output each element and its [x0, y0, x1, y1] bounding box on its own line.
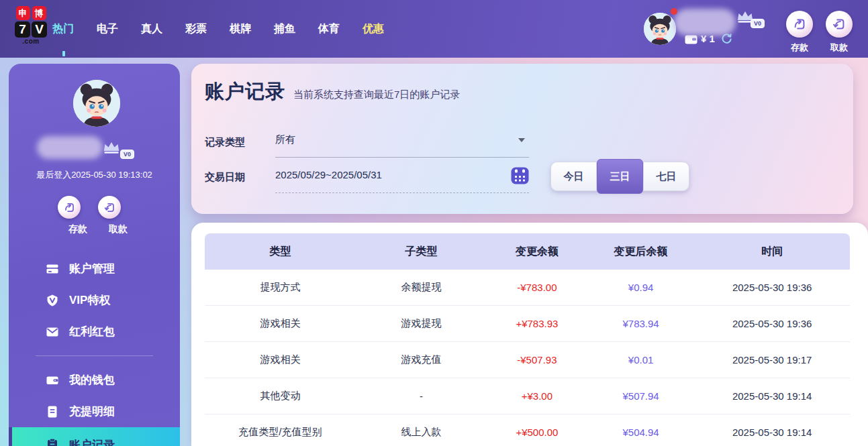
- top-navbar: 申 博 7 V .com 热门 电子 真人 彩票 棋牌 捕鱼 体育 优惠 V0: [0, 0, 868, 58]
- sidebar-item-label: 账户管理: [69, 261, 115, 276]
- avatar-image: [73, 80, 120, 127]
- main-menu: 热门 电子 真人 彩票 棋牌 捕鱼 体育 优惠: [52, 0, 384, 58]
- cell-change-amount: +¥500.00: [487, 414, 587, 446]
- page-subtitle: 当前系统支持查询最近7日的账户记录: [293, 89, 460, 101]
- sidebar-item-label: 账户记录: [69, 437, 115, 446]
- nav-item-fishing[interactable]: 捕鱼: [274, 22, 295, 36]
- header-time: 时间: [694, 233, 850, 270]
- cell-subtype: -: [356, 378, 487, 414]
- withdraw-button-label: 取款: [89, 223, 147, 235]
- deposit-arrow-icon: [792, 17, 807, 32]
- cell-type: 充值类型/充值型别: [205, 414, 356, 446]
- cell-type: 游戏相关: [205, 306, 356, 341]
- sidebar: V0 最后登入2025-05-30 19:13:02 存款 取款 账户管理: [9, 64, 180, 446]
- cell-type: 提现方式: [205, 270, 356, 305]
- table-row: 游戏相关 游戏提现 +¥783.93 ¥783.94 2025-05-30 19…: [205, 306, 850, 342]
- cell-subtype: 线上入款: [356, 414, 487, 446]
- deposit-button[interactable]: [786, 11, 813, 38]
- active-tab-indicator: [62, 51, 65, 56]
- nav-item-slots[interactable]: 电子: [97, 22, 118, 36]
- avatar-image: [644, 13, 676, 45]
- user-avatar[interactable]: [644, 13, 676, 45]
- nav-item-hot[interactable]: 热门: [52, 22, 74, 36]
- nav-item-promo[interactable]: 优惠: [363, 22, 384, 36]
- vip-level-badge: V0: [120, 150, 134, 159]
- logo-badge-1: 申: [16, 6, 30, 20]
- range-button-seven-days[interactable]: 七日: [643, 162, 689, 191]
- records-table: 类型 子类型 变更余额 变更后余额 时间 提现方式 余额提现 -¥783.00 …: [205, 233, 850, 446]
- cell-after-balance: ¥0.01: [587, 342, 695, 378]
- vip-icon: [46, 294, 59, 307]
- logo-badge-2: 博: [32, 6, 46, 20]
- table-row: 提现方式 余额提现 -¥783.00 ¥0.94 2025-05-30 19:3…: [205, 270, 850, 306]
- range-button-today[interactable]: 今日: [550, 162, 597, 191]
- cell-change-amount: +¥783.93: [487, 306, 587, 341]
- sidebar-item-account-records[interactable]: 账户记录: [9, 427, 180, 446]
- withdraw-button[interactable]: [826, 11, 853, 38]
- record-type-select[interactable]: 所有: [275, 133, 529, 158]
- sidebar-menu: 账户管理 VIP特权 红利红包: [9, 253, 180, 446]
- withdraw-arrow-icon: [832, 17, 847, 32]
- filter-panel: 账户记录 当前系统支持查询最近7日的账户记录 记录类型 所有 交易日期 2025…: [191, 64, 853, 214]
- deposit-button[interactable]: [58, 196, 81, 219]
- cell-after-balance: ¥507.94: [587, 378, 695, 414]
- withdraw-button[interactable]: [98, 196, 121, 219]
- header-after-balance: 变更后余额: [587, 233, 695, 270]
- table-row: 充值类型/充值型别 线上入款 +¥500.00 ¥504.94 2025-05-…: [205, 414, 850, 446]
- cell-after-balance: ¥0.94: [587, 270, 695, 305]
- records-table-panel: 类型 子类型 变更余额 变更后余额 时间 提现方式 余额提现 -¥783.00 …: [191, 223, 868, 446]
- vip-level-badge: V0: [751, 19, 765, 28]
- last-login-text: 最后登入2025-05-30 19:13:02: [9, 169, 180, 181]
- sidebar-item-deposit-withdraw-details[interactable]: 充提明细: [9, 396, 180, 427]
- cell-subtype: 余额提现: [356, 270, 487, 305]
- cell-time: 2025-05-30 19:36: [694, 270, 850, 305]
- cell-change-amount: +¥3.00: [487, 378, 587, 414]
- cell-time: 2025-05-30 19:14: [694, 414, 850, 446]
- range-button-three-days[interactable]: 三日: [597, 159, 643, 194]
- withdraw-button-label: 取款: [819, 42, 859, 54]
- sidebar-item-my-wallet[interactable]: 我的钱包: [9, 364, 180, 396]
- logo-com: .com: [12, 38, 50, 45]
- sidebar-item-label: 红利红包: [69, 324, 115, 339]
- header-type: 类型: [205, 233, 356, 270]
- chevron-down-icon: [518, 138, 525, 142]
- cell-time: 2025-05-30 19:17: [694, 342, 850, 378]
- card-icon: [46, 262, 59, 276]
- nav-item-sports[interactable]: 体育: [318, 22, 340, 36]
- logo-letters: 7 V: [12, 21, 50, 38]
- table-row: 游戏相关 游戏充值 -¥507.93 ¥0.01 2025-05-30 19:1…: [205, 342, 850, 378]
- logo-letter-v: V: [32, 21, 47, 38]
- table-header-row: 类型 子类型 变更余额 变更后余额 时间: [205, 233, 850, 270]
- nav-item-live[interactable]: 真人: [141, 22, 162, 36]
- sidebar-item-label: 我的钱包: [69, 372, 115, 388]
- transaction-date-field[interactable]: 2025/05/29~2025/05/31: [275, 169, 529, 193]
- document-icon: [46, 405, 59, 419]
- cell-type: 游戏相关: [205, 342, 356, 378]
- sidebar-item-bonus-redpacket[interactable]: 红利红包: [9, 316, 180, 347]
- nav-item-cards[interactable]: 棋牌: [230, 22, 251, 36]
- blurred-username: [674, 9, 736, 36]
- blurred-username: [37, 136, 103, 159]
- table-row: 其他变动 - +¥3.00 ¥507.94 2025-05-30 19:14: [205, 378, 850, 414]
- sidebar-item-vip-privileges[interactable]: VIP特权: [9, 284, 180, 316]
- brand-logo[interactable]: 申 博 7 V .com: [12, 6, 50, 45]
- calendar-icon[interactable]: [511, 166, 529, 184]
- page-title: 账户记录: [205, 78, 285, 105]
- menu-divider: [36, 355, 153, 356]
- record-type-label: 记录类型: [205, 136, 245, 149]
- deposit-button-label: 存款: [779, 42, 820, 54]
- cell-change-amount: -¥507.93: [487, 342, 587, 378]
- cell-after-balance: ¥504.94: [587, 414, 695, 446]
- nav-item-lottery[interactable]: 彩票: [185, 22, 207, 36]
- cell-after-balance: ¥783.94: [587, 306, 695, 341]
- header-change: 变更余额: [487, 233, 587, 270]
- clipboard-icon: [46, 438, 59, 446]
- sidebar-item-account-management[interactable]: 账户管理: [9, 253, 180, 284]
- cell-time: 2025-05-30 19:36: [694, 306, 850, 341]
- cell-type: 其他变动: [205, 378, 356, 414]
- deposit-arrow-icon: [63, 201, 76, 214]
- logo-badges: 申 博: [12, 6, 50, 20]
- envelope-icon: [46, 325, 59, 339]
- date-range-group: 今日 三日 七日: [550, 162, 689, 191]
- sidebar-avatar: [73, 80, 120, 127]
